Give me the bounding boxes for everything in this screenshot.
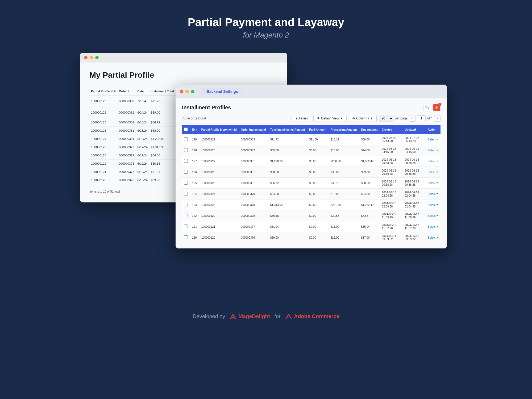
row-checkbox[interactable] bbox=[184, 235, 188, 239]
backend-action-cell[interactable]: Select ▼ bbox=[426, 200, 440, 210]
next-page-button[interactable]: > bbox=[434, 115, 440, 122]
filters-button[interactable]: ▼ Filters bbox=[292, 115, 311, 122]
select-all-checkbox[interactable] bbox=[184, 127, 188, 131]
backend-action-cell[interactable]: Select ▼ bbox=[426, 167, 440, 178]
select-action-link[interactable]: Select ▼ bbox=[428, 225, 438, 228]
frontend-table-cell: 000000381 bbox=[117, 135, 136, 143]
records-count: 78 records found bbox=[182, 117, 206, 120]
backend-table: ID ↑Partial Profile Increment IdOrder In… bbox=[182, 125, 440, 243]
select-action-link[interactable]: Select ▼ bbox=[428, 171, 438, 174]
backend-table-cell: 123 bbox=[190, 200, 199, 210]
backend-table-cell: 000000377 bbox=[239, 221, 268, 232]
frontend-table-cell: $39.00 bbox=[149, 107, 176, 118]
backend-tab[interactable]: Backend Settings bbox=[202, 88, 243, 95]
be-close-dot[interactable] bbox=[180, 90, 183, 93]
backend-table-cell: $7.58 bbox=[359, 210, 380, 221]
backend-table-cell: 100000120 bbox=[199, 232, 239, 243]
backend-table-cell: $16.00 bbox=[329, 221, 359, 232]
backend-action-cell[interactable]: Select ▼ bbox=[426, 145, 440, 156]
frontend-pagination-info: Items 1 to 10 of 51 total bbox=[89, 190, 120, 193]
eye-icon: 👁 bbox=[317, 117, 320, 120]
adobe-logo: Adobe Commerce bbox=[285, 313, 339, 319]
row-checkbox[interactable] bbox=[184, 214, 188, 217]
backend-table-cell: $39.00 bbox=[268, 232, 307, 243]
backend-table-cell: $1,062.49 bbox=[359, 156, 380, 167]
frontend-table-cell: 100000125 bbox=[89, 118, 117, 127]
row-checkbox[interactable] bbox=[184, 181, 188, 185]
frontend-section-title: My Partial Profile bbox=[89, 70, 278, 80]
backend-table-cell: 2024-06-18 02:04:38 bbox=[380, 200, 403, 210]
backend-table-cell: 2024-06-18 20:38:28 bbox=[380, 156, 403, 167]
page-number-input[interactable] bbox=[417, 115, 426, 121]
columns-button[interactable]: ⚙ Columns ▼ bbox=[349, 115, 376, 122]
backend-action-cell[interactable]: Select ▼ bbox=[426, 221, 440, 232]
row-checkbox[interactable] bbox=[184, 225, 188, 228]
select-action-link[interactable]: Select ▼ bbox=[428, 181, 438, 185]
select-action-link[interactable]: Select ▼ bbox=[428, 236, 438, 239]
minimize-dot[interactable] bbox=[90, 56, 93, 59]
backend-window: Backend Settings Installment Profiles 🔍 … bbox=[176, 85, 447, 248]
backend-action-cell[interactable]: Select ▼ bbox=[426, 232, 440, 243]
be-minimize-dot[interactable] bbox=[185, 90, 189, 93]
backend-table-cell: $24.00 bbox=[359, 189, 380, 200]
frontend-table-cell: $81.04 bbox=[149, 168, 176, 176]
backend-titlebar: Backend Settings bbox=[176, 85, 447, 98]
select-action-link[interactable]: Select ▼ bbox=[428, 192, 438, 196]
frontend-table-cell: 6/12/24 bbox=[136, 168, 149, 176]
backend-table-cell: 2024-06-18 20:38:28 bbox=[402, 178, 425, 189]
frontend-table-cell: 6/18/24 bbox=[136, 127, 149, 135]
frontend-table-cell: 100000129 bbox=[89, 95, 117, 107]
backend-table-cell: $50.60 bbox=[359, 178, 380, 189]
frontend-table-cell: 7/1/24 bbox=[136, 95, 149, 107]
frontend-table-cell: 6/24/24 bbox=[136, 107, 149, 118]
select-action-link[interactable]: Select ▼ bbox=[428, 149, 438, 152]
backend-table-cell: $81.04 bbox=[268, 221, 307, 232]
magedelight-text: MageDelight bbox=[238, 313, 270, 319]
backend-table-cell: 2024-06-18 20:38:28 bbox=[402, 156, 425, 167]
backend-table-cell: $24.00 bbox=[359, 145, 380, 156]
page-title: Partial Payment and Layaway bbox=[188, 16, 344, 29]
backend-table-cell: 100000122 bbox=[199, 210, 239, 221]
close-dot[interactable] bbox=[84, 56, 88, 59]
backend-table-cell: 2024-07-02 05:13:20 bbox=[402, 134, 425, 145]
backend-table-cell: 125 bbox=[190, 178, 199, 189]
row-checkbox[interactable] bbox=[184, 137, 188, 141]
row-checkbox[interactable] bbox=[184, 148, 188, 152]
backend-table-cell: 000000383 bbox=[239, 134, 268, 145]
search-icon[interactable]: 🔍 bbox=[423, 104, 431, 111]
backend-action-cell[interactable]: Select ▼ bbox=[426, 134, 440, 145]
backend-table-cell: 121 bbox=[190, 221, 199, 232]
frontend-table-cell: 100000126 bbox=[89, 127, 117, 135]
be-maximize-dot[interactable] bbox=[191, 90, 194, 93]
select-action-link[interactable]: Select ▼ bbox=[428, 138, 438, 141]
frontend-table-cell: $30.16 bbox=[149, 160, 176, 168]
prev-page-button[interactable]: < bbox=[409, 115, 415, 122]
notification-icon[interactable]: 🔔 0 bbox=[433, 104, 440, 111]
per-page-select[interactable]: 2050100 bbox=[379, 115, 393, 122]
backend-table-cell: 100000121 bbox=[199, 221, 239, 232]
select-action-link[interactable]: Select ▼ bbox=[428, 160, 438, 163]
row-checkbox[interactable] bbox=[184, 203, 188, 206]
backend-action-cell[interactable]: Select ▼ bbox=[426, 178, 440, 189]
frontend-col-header: Installment Total bbox=[149, 88, 176, 95]
select-action-link[interactable]: Select ▼ bbox=[428, 203, 438, 206]
magedelight-logo: MageDelight bbox=[229, 313, 270, 319]
backend-action-cell[interactable]: Select ▼ bbox=[426, 189, 440, 200]
row-checkbox[interactable] bbox=[184, 170, 188, 174]
backend-action-cell[interactable]: Select ▼ bbox=[426, 210, 440, 221]
frontend-col-header: Partial Profile Id # bbox=[89, 88, 117, 95]
row-checkbox[interactable] bbox=[184, 159, 188, 163]
backend-col-header: Processing Amount bbox=[329, 125, 359, 134]
select-action-link[interactable]: Select ▼ bbox=[428, 214, 438, 217]
chevron-down-icon-2: ▼ bbox=[370, 117, 373, 120]
backend-table-row: 125100000125000000381$86.72$0.00$36.12$5… bbox=[182, 178, 440, 189]
maximize-dot[interactable] bbox=[95, 56, 99, 59]
default-view-button[interactable]: 👁 Default View ▼ bbox=[313, 115, 347, 122]
row-checkbox[interactable] bbox=[184, 192, 188, 196]
backend-table-cell: 100000127 bbox=[199, 156, 239, 167]
backend-col-header: Updated bbox=[402, 125, 425, 134]
backend-section-title: Installment Profiles bbox=[182, 105, 231, 111]
backend-action-cell[interactable]: Select ▼ bbox=[426, 156, 440, 167]
backend-table-cell: 120 bbox=[190, 232, 199, 243]
backend-table-row: 128100000128000000382$39.00$0.00$15.00$2… bbox=[182, 145, 440, 156]
